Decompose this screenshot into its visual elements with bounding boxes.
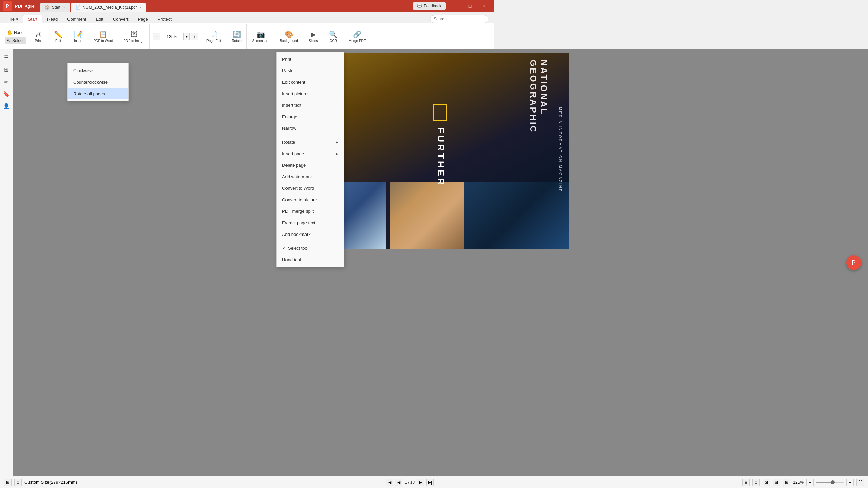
select-tool-button[interactable]: ↖ Select bbox=[5, 37, 26, 44]
zoom-dropdown-button[interactable]: ▾ bbox=[183, 33, 190, 40]
ctx-select-check: ✓ bbox=[282, 246, 286, 251]
zoom-input[interactable] bbox=[162, 33, 182, 40]
ctx-edit-content[interactable]: Edit content bbox=[277, 76, 344, 88]
ribbon-tab-edit[interactable]: Edit bbox=[91, 15, 108, 23]
sidebar-edit-icon[interactable]: ✏ bbox=[1, 77, 12, 87]
close-button[interactable]: × bbox=[477, 1, 491, 11]
ctx-sep-1 bbox=[277, 135, 344, 135]
ctx-insert-text[interactable]: Insert text bbox=[277, 99, 344, 111]
ribbon-tab-comment[interactable]: Comment bbox=[62, 15, 91, 23]
ribbon-tab-convert[interactable]: Convert bbox=[108, 15, 133, 23]
minimize-button[interactable]: − bbox=[449, 1, 462, 11]
submenu-rotate-all-pages[interactable]: Rotate all pages bbox=[68, 88, 128, 99]
ribbon-search-input[interactable] bbox=[430, 15, 488, 23]
ctx-pdf-merge-split[interactable]: PDF merge split bbox=[277, 205, 344, 217]
ribbon-content: ✋ Hand ↖ Select 🖨 Print ✏️ Edit bbox=[0, 23, 494, 49]
background-button[interactable]: 🎨 Background bbox=[277, 29, 300, 44]
ribbon-tab-start[interactable]: Start bbox=[23, 15, 42, 23]
maximize-button[interactable]: □ bbox=[463, 1, 477, 11]
ctx-insert-picture-label: Insert picture bbox=[282, 91, 308, 96]
tab-start[interactable]: 🏠 Start × bbox=[40, 3, 70, 12]
print-button[interactable]: 🖨 Print bbox=[31, 29, 46, 44]
ctx-rotate[interactable]: Rotate ▶ bbox=[277, 136, 344, 148]
ctx-add-watermark[interactable]: Add watermark bbox=[277, 171, 344, 182]
submenu-clockwise[interactable]: Clockwise bbox=[68, 65, 128, 76]
ctx-paste[interactable]: Paste bbox=[277, 65, 344, 76]
screenshot-icon: 📷 bbox=[257, 30, 265, 38]
zoom-in-button[interactable]: + bbox=[191, 33, 198, 40]
pdf-to-image-label: PDF to Image bbox=[123, 39, 144, 43]
pdf-to-image-button[interactable]: 🖼 PDF to Image bbox=[121, 29, 147, 44]
ctx-insert-page-arrow: ▶ bbox=[336, 152, 338, 156]
ctx-edit-content-label: Edit content bbox=[282, 80, 305, 85]
feedback-label: Feedback bbox=[423, 4, 441, 8]
submenu-clockwise-label: Clockwise bbox=[73, 68, 93, 73]
sidebar-user-icon[interactable]: 👤 bbox=[1, 101, 12, 111]
edit-button[interactable]: ✏️ Edit bbox=[51, 29, 66, 44]
context-menu: Print Paste Edit content Insert picture … bbox=[276, 52, 344, 267]
insert-group: 📝 Insert bbox=[69, 24, 88, 49]
ctx-add-bookmark-label: Add bookmark bbox=[282, 232, 311, 237]
ribbon-tab-read[interactable]: Read bbox=[42, 15, 62, 23]
pdf-to-image-icon: 🖼 bbox=[131, 30, 137, 38]
ctx-print[interactable]: Print bbox=[277, 53, 344, 65]
sidebar-grid-icon[interactable]: ⊞ bbox=[1, 64, 12, 75]
ribbon-tab-bar: File ▾ Start Read Comment Edit Convert P… bbox=[0, 12, 494, 23]
ctx-insert-picture[interactable]: Insert picture bbox=[277, 88, 344, 99]
ctx-extract-page-text-label: Extract page text bbox=[282, 220, 315, 225]
tab-start-label: Start bbox=[52, 5, 60, 10]
sidebar-bookmark-icon[interactable]: 🔖 bbox=[1, 89, 12, 99]
submenu-counterclockwise[interactable]: Counterclockwise bbox=[68, 76, 128, 88]
ctx-enlarge-label: Enlarge bbox=[282, 114, 297, 119]
ctx-select-tool[interactable]: ✓ Select tool bbox=[277, 242, 344, 254]
insert-button[interactable]: 📝 Insert bbox=[71, 29, 86, 44]
page-edit-icon: 📄 bbox=[210, 30, 218, 38]
rotate-icon: 🔄 bbox=[233, 30, 241, 38]
zoom-out-button[interactable]: − bbox=[153, 33, 160, 40]
ribbon-tab-file[interactable]: File ▾ bbox=[3, 15, 23, 23]
page-edit-button[interactable]: 📄 Page Edit bbox=[204, 29, 224, 44]
feedback-button[interactable]: 💬 Feedback bbox=[413, 2, 446, 10]
pdf-yellow-box bbox=[433, 104, 447, 121]
screenshot-button[interactable]: 📷 Screenshot bbox=[250, 29, 272, 44]
edit-icon: ✏️ bbox=[54, 30, 62, 38]
ctx-insert-page[interactable]: Insert page ▶ bbox=[277, 148, 344, 159]
tab-bar: 🏠 Start × 📄 NGM_2020_Media_Kit (1).pdf × bbox=[40, 0, 413, 12]
pdf-to-word-button[interactable]: 📋 PDF to Word bbox=[91, 29, 116, 44]
slides-button[interactable]: ▶ Slides bbox=[306, 29, 321, 44]
ocr-button[interactable]: 🔍 OCR bbox=[326, 29, 341, 44]
submenu-counterclockwise-label: Counterclockwise bbox=[73, 80, 108, 85]
ctx-narrow[interactable]: Narrow bbox=[277, 122, 344, 134]
ctx-enlarge[interactable]: Enlarge bbox=[277, 111, 344, 122]
rotate-button[interactable]: 🔄 Rotate bbox=[229, 29, 244, 44]
ribbon-tab-page[interactable]: Page bbox=[133, 15, 153, 23]
insert-label: Insert bbox=[74, 39, 82, 43]
sidebar-list-icon[interactable]: ☰ bbox=[1, 52, 12, 62]
background-icon: 🎨 bbox=[285, 30, 293, 38]
ctx-hand-tool-label: Hand tool bbox=[282, 257, 301, 262]
tab-start-close[interactable]: × bbox=[63, 5, 65, 9]
feedback-icon: 💬 bbox=[417, 4, 422, 8]
merge-pdf-button[interactable]: 🔗 Merge PDF bbox=[346, 29, 369, 44]
ctx-print-label: Print bbox=[282, 57, 291, 62]
rotate-label: Rotate bbox=[232, 39, 241, 43]
hand-tool-button[interactable]: ✋ Hand bbox=[5, 29, 26, 36]
ctx-hand-tool[interactable]: Hand tool bbox=[277, 254, 344, 265]
pdf-bottom-mid-image bbox=[390, 182, 464, 249]
tab-start-icon: 🏠 bbox=[45, 5, 50, 10]
ctx-convert-to-picture[interactable]: Convert to picture bbox=[277, 194, 344, 205]
ribbon-tab-protect[interactable]: Protect bbox=[153, 15, 176, 23]
ctx-extract-page-text[interactable]: Extract page text bbox=[277, 217, 344, 228]
ctx-delete-page-label: Delete page bbox=[282, 163, 306, 168]
hand-label: Hand bbox=[14, 30, 24, 35]
ctx-add-bookmark[interactable]: Add bookmark bbox=[277, 228, 344, 240]
tab-pdf-close[interactable]: × bbox=[139, 5, 141, 9]
select-label: Select bbox=[12, 38, 23, 43]
print-icon: 🖨 bbox=[35, 30, 42, 38]
ocr-group: 🔍 OCR bbox=[324, 24, 343, 49]
ctx-convert-to-word[interactable]: Convert to Word bbox=[277, 182, 344, 194]
ctx-delete-page[interactable]: Delete page bbox=[277, 159, 344, 171]
pdf-to-image-group: 🖼 PDF to Image bbox=[119, 24, 150, 49]
slides-group: ▶ Slides bbox=[304, 24, 323, 49]
tab-pdf[interactable]: 📄 NGM_2020_Media_Kit (1).pdf × bbox=[71, 3, 146, 12]
